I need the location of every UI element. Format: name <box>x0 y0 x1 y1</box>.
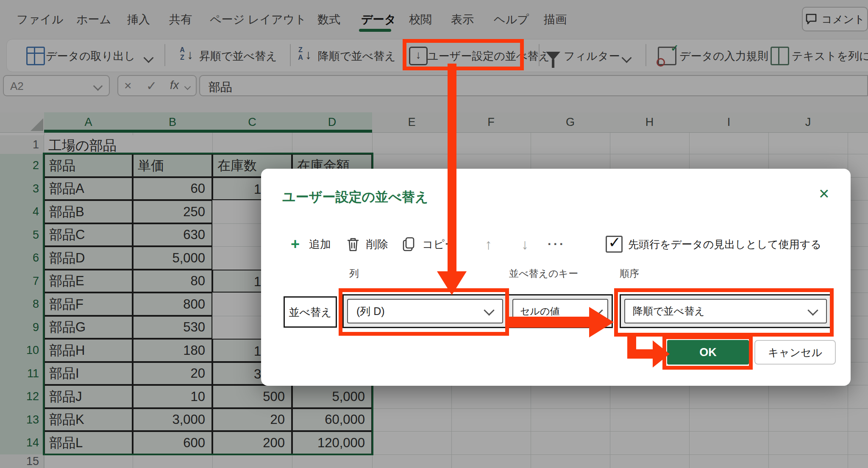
column-field-label: 列 <box>349 267 359 280</box>
excel-window: ファイルホーム挿入共有ページ レイアウト数式データ校閲表示ヘルプ描画 コメント … <box>0 0 868 468</box>
checkmark-icon: ✓ <box>608 234 621 251</box>
annotation-box-column-dropdown <box>339 288 509 336</box>
plus-icon: + <box>291 237 300 252</box>
sort-key-dropdown-value: セルの値 <box>520 305 560 318</box>
header-row-checkbox[interactable]: ✓ <box>606 236 623 253</box>
cancel-button[interactable]: キャンセル <box>754 340 836 365</box>
sort-key-field-label: 並べ替えのキー <box>509 267 578 280</box>
trash-icon <box>347 237 359 251</box>
add-label: 追加 <box>309 237 331 252</box>
annotation-elbow-arrow-horizontal <box>627 349 654 359</box>
delete-label: 削除 <box>366 237 388 252</box>
annotation-box-ok-button <box>662 335 753 370</box>
arrow-down-icon: ↓ <box>521 236 529 253</box>
sort-row-label: 並べ替え <box>284 296 337 328</box>
custom-sort-dialog: ユーザー設定の並べ替え × + 追加 削除 コピー ↑ ↓ ··· ✓ 先頭行を… <box>261 169 851 386</box>
close-icon[interactable]: × <box>819 185 829 203</box>
dialog-title: ユーザー設定の並べ替え <box>282 188 428 206</box>
annotation-arrow-right-head <box>589 307 614 337</box>
arrow-up-icon: ↑ <box>485 236 492 253</box>
annotation-arrow-down-shaft <box>448 64 456 272</box>
ellipsis-icon: ··· <box>548 237 565 251</box>
order-field-label: 順序 <box>620 267 639 280</box>
more-options-button[interactable]: ··· <box>548 234 565 254</box>
move-up-button[interactable]: ↑ <box>485 234 492 254</box>
header-row-checkbox-label: 先頭行をデータの見出しとして使用する <box>628 234 821 254</box>
annotation-arrow-right-shaft <box>509 317 592 328</box>
move-down-button[interactable]: ↓ <box>521 234 529 254</box>
delete-level-button[interactable]: 削除 <box>347 234 388 254</box>
copy-icon <box>403 237 415 251</box>
annotation-box-order-dropdown <box>614 288 834 337</box>
add-level-button[interactable]: + 追加 <box>291 234 331 254</box>
annotation-box-custom-sort-button <box>403 39 524 70</box>
